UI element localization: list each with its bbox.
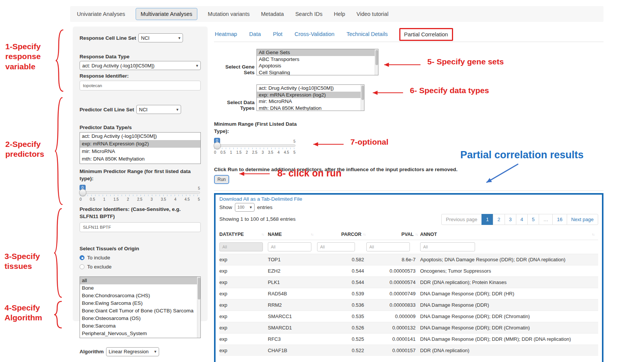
cell-parcor: 0.536 xyxy=(317,302,366,308)
listbox-option[interactable]: ABC Transporters xyxy=(257,56,378,63)
column-header-name[interactable]: NAME↑↓ xyxy=(268,232,317,237)
predictor-cell-line-set-value: NCI xyxy=(139,107,147,112)
slider-tick-labels: 00.511.522.533.544.55 xyxy=(80,197,200,201)
tissue-exclude-radio[interactable]: To exclude xyxy=(80,264,201,270)
page-size-select[interactable]: 100 ▾ xyxy=(235,203,255,212)
response-identifier-input[interactable]: topotecan xyxy=(80,81,201,90)
column-header-parcor[interactable]: PARCOR↑↓ xyxy=(317,232,366,237)
predictor-cell-line-set-select[interactable]: NCI ▾ xyxy=(136,105,181,114)
arrow-left-icon xyxy=(235,171,271,176)
response-cell-line-set-select[interactable]: NCI ▾ xyxy=(138,33,183,42)
tick-label: 0 xyxy=(214,150,216,154)
filter-input-pval[interactable]: All xyxy=(366,242,410,251)
response-data-type-select[interactable]: act: Drug Activity (-log10[IC50M]) ▾ xyxy=(80,61,201,70)
listbox-option-selected[interactable]: exp: mRNA Expression (log2) xyxy=(80,140,200,148)
scrollbar[interactable] xyxy=(375,49,378,75)
next-page-button[interactable]: Next page xyxy=(567,214,598,225)
listbox-option-selected[interactable]: All Gene Sets xyxy=(257,49,378,56)
scrollbar[interactable] xyxy=(361,85,364,111)
listbox-option[interactable]: Bone:Osteosarcoma (OS) xyxy=(80,315,200,322)
algorithm-select[interactable]: Linear Regression ▾ xyxy=(106,347,159,356)
listbox-option[interactable]: mir: MicroRNA xyxy=(257,98,364,105)
listbox-option[interactable]: Bone:Sarcoma xyxy=(80,322,200,330)
column-header-pval[interactable]: PVAL↑↓ xyxy=(366,232,419,237)
sort-icon[interactable]: ↑↓ xyxy=(415,232,418,236)
annotation-step4: 4-Specify Algorithm xyxy=(5,303,47,323)
sort-icon[interactable]: ↑↓ xyxy=(261,232,264,236)
slider-handle[interactable] xyxy=(79,189,86,196)
pagination-ellipsis: … xyxy=(539,214,553,225)
run-button[interactable]: Run xyxy=(214,175,229,184)
tick-label: 2 xyxy=(127,197,129,201)
listbox-option[interactable]: mir: MicroRNA xyxy=(80,148,200,155)
listbox-option[interactable]: act: Drug Activity (-log10[IC50M]) xyxy=(257,85,364,92)
listbox-option[interactable]: Peripheral_Nervous_System xyxy=(80,330,200,337)
predictor-identifiers-input[interactable]: SLFN11 BPTF xyxy=(80,222,201,232)
column-header-annot[interactable]: ANNOT↑↓ xyxy=(419,232,598,237)
cell-annot: DNA Damage Response (DDR); DDR (MMR); DD… xyxy=(419,336,598,342)
column-header-datatype[interactable]: DATATYPE↑↓ xyxy=(219,232,268,237)
listbox-option-selected[interactable]: exp: mRNA Expression (log2) xyxy=(257,92,364,98)
previous-page-button[interactable]: Previous page xyxy=(441,214,482,225)
filter-input-parcor[interactable]: All xyxy=(317,242,355,251)
slider-track[interactable] xyxy=(214,144,295,147)
tab-heatmap[interactable]: Heatmap xyxy=(214,29,238,41)
scrollbar[interactable] xyxy=(197,277,200,338)
tab-technical-details[interactable]: Technical Details xyxy=(346,29,389,41)
cell-parcor: 0.535 xyxy=(317,314,366,319)
sort-icon[interactable]: ↑↓ xyxy=(311,232,313,236)
scrollbar-thumb[interactable] xyxy=(198,278,200,300)
brace-annotation-3 xyxy=(54,208,62,298)
tab-plot[interactable]: Plot xyxy=(272,29,283,41)
cell-annot: DDR (DNA replication) xyxy=(419,348,598,353)
nav-search-ids[interactable]: Search IDs xyxy=(294,8,323,20)
filter-input-datatype[interactable]: All xyxy=(219,242,263,251)
page-button-3[interactable]: 3 xyxy=(505,214,516,225)
min-range-slider: 0 5 00.511.522.533.544.55 xyxy=(214,137,295,154)
nav-mutation-variants[interactable]: Mutation variants xyxy=(207,8,250,20)
download-all-link[interactable]: Download All as a Tab-Delimited File xyxy=(219,196,302,202)
listbox-option[interactable]: Cell Signaling xyxy=(257,69,378,76)
scrollbar-thumb[interactable] xyxy=(361,86,364,100)
nav-multivariate-analyses[interactable]: Multivariate Analyses xyxy=(136,8,197,20)
nav-help[interactable]: Help xyxy=(333,8,346,20)
listbox-option[interactable]: Apoptosis xyxy=(257,62,378,69)
cell-parcor: 0.526 xyxy=(317,325,366,331)
sort-icon[interactable]: ↑↓ xyxy=(363,232,366,236)
slider-handle[interactable] xyxy=(214,142,221,149)
tissue-include-radio[interactable]: To include xyxy=(80,255,201,261)
slider-tickmarks xyxy=(80,195,200,196)
nav-video-tutorial[interactable]: Video tutorial xyxy=(356,8,389,20)
nav-univariate-analyses[interactable]: Univariate Analyses xyxy=(76,8,126,20)
listbox-option[interactable]: act: Drug Activity (-log10[IC50M]) xyxy=(80,133,200,140)
listbox-option[interactable]: Bone:Giant Cell Tumor of Bone (GCTB) Sar… xyxy=(80,307,200,315)
tab-data[interactable]: Data xyxy=(249,29,262,41)
sort-icon[interactable]: ↑↓ xyxy=(592,232,594,236)
listbox-option-selected[interactable]: all xyxy=(80,277,200,284)
page-button-4[interactable]: 4 xyxy=(516,214,528,225)
tab-partial-correlation[interactable]: Partial Correlation xyxy=(399,28,453,41)
page-button-16[interactable]: 16 xyxy=(552,214,567,225)
cell-datatype: exp xyxy=(219,268,268,274)
listbox-option[interactable]: Bone xyxy=(80,284,200,292)
cell-annot: Oncogenes; Tumor Suppressors xyxy=(419,268,598,274)
listbox-option[interactable]: Bone:Chondrosarcoma (CHS) xyxy=(80,292,200,300)
table-row: exp SMARCC1 0.535 0.000009 DNA Damage Re… xyxy=(219,311,598,322)
show-label: Show xyxy=(219,204,232,210)
listbox-option[interactable]: Bone:Ewing Sarcoma (ES) xyxy=(80,300,200,307)
page-button-5[interactable]: 5 xyxy=(527,214,539,225)
scrollbar-thumb[interactable] xyxy=(375,50,378,65)
listbox-option[interactable]: mth: DNA 850K Methylation xyxy=(257,105,364,111)
listbox-option[interactable]: mth: DNA 850K Methylation xyxy=(80,155,200,163)
tick-label: 3 xyxy=(262,150,264,154)
app-window: Univariate Analyses Multivariate Analyse… xyxy=(0,0,644,362)
nav-metadata[interactable]: Metadata xyxy=(260,8,284,20)
filter-input-annot[interactable]: All xyxy=(420,242,475,251)
page-button-2[interactable]: 2 xyxy=(493,214,505,225)
cell-name: RFC3 xyxy=(268,336,317,342)
filter-input-name[interactable]: All xyxy=(268,242,311,251)
tab-cross-validation[interactable]: Cross-Validation xyxy=(294,29,335,41)
slider-track[interactable] xyxy=(80,191,200,194)
column-label: PVAL xyxy=(402,232,414,237)
page-button-1[interactable]: 1 xyxy=(481,214,493,225)
